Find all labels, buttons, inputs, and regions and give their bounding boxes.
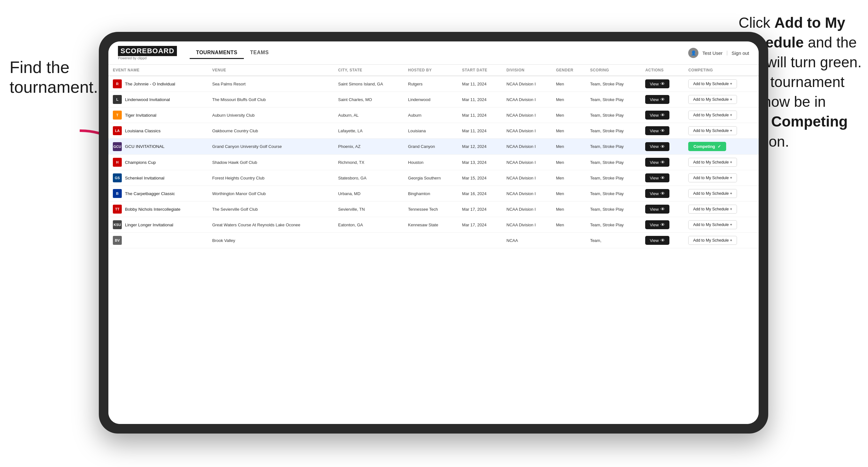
actions-cell: View 👁 <box>641 76 684 92</box>
city-state-cell: Phoenix, AZ <box>334 139 404 155</box>
venue-cell: Great Waters Course At Reynolds Lake Oco… <box>208 217 334 233</box>
table-row: BV Brook ValleyNCAATeam, View 👁 Add to M… <box>108 233 759 248</box>
event-name-cell: TT Bobby Nichols Intercollegiate <box>108 201 208 217</box>
hosted-by-cell: Rutgers <box>404 76 458 92</box>
sign-out-link[interactable]: Sign out <box>732 50 749 56</box>
view-button[interactable]: View 👁 <box>645 189 670 198</box>
add-to-schedule-button[interactable]: Add to My Schedule + <box>688 174 737 182</box>
start-date-cell: Mar 16, 2024 <box>458 186 502 201</box>
view-button[interactable]: View 👁 <box>645 80 670 88</box>
event-name-text: Schenkel Invitational <box>125 176 164 180</box>
venue-cell: Oakbourne Country Club <box>208 123 334 139</box>
actions-cell: View 👁 <box>641 155 684 170</box>
competing-button[interactable]: Competing ✓ <box>688 142 726 151</box>
eye-icon: 👁 <box>660 238 665 243</box>
actions-cell: View 👁 <box>641 107 684 123</box>
hosted-by-cell: Georgia Southern <box>404 170 458 186</box>
competing-cell: Add to My Schedule + <box>684 186 759 201</box>
view-button[interactable]: View 👁 <box>645 205 670 214</box>
division-cell: NCAA Division I <box>502 107 552 123</box>
competing-cell: Add to My Schedule + <box>684 233 759 248</box>
gender-cell: Men <box>552 76 586 92</box>
city-state-cell: Urbana, MD <box>334 186 404 201</box>
team-logo: B <box>113 189 122 198</box>
event-name-cell: H Champions Cup <box>108 155 208 170</box>
add-to-schedule-button[interactable]: Add to My Schedule + <box>688 236 737 245</box>
add-to-schedule-button[interactable]: Add to My Schedule + <box>688 205 737 214</box>
event-name-text: Lindenwood Invitational <box>125 97 170 102</box>
gender-cell: Men <box>552 217 586 233</box>
gender-cell: Men <box>552 186 586 201</box>
actions-cell: View 👁 <box>641 186 684 201</box>
city-state-cell: Lafayette, LA <box>334 123 404 139</box>
add-to-schedule-button[interactable]: Add to My Schedule + <box>688 126 737 135</box>
view-button[interactable]: View 👁 <box>645 111 670 120</box>
view-button[interactable]: View 👁 <box>645 142 670 151</box>
col-venue: VENUE <box>208 65 334 76</box>
start-date-cell: Mar 13, 2024 <box>458 155 502 170</box>
view-button[interactable]: View 👁 <box>645 95 670 104</box>
add-to-schedule-button[interactable]: Add to My Schedule + <box>688 95 737 104</box>
scoring-cell: Team, Stroke Play <box>586 201 641 217</box>
city-state-cell: Saint Charles, MO <box>334 92 404 107</box>
start-date-cell: Mar 17, 2024 <box>458 217 502 233</box>
tab-tournaments[interactable]: TOURNAMENTS <box>190 47 244 59</box>
app-header: SCOREBOARD Powered by clippd TOURNAMENTS… <box>108 41 759 65</box>
view-button[interactable]: View 👁 <box>645 174 670 182</box>
hosted-by-cell <box>404 233 458 248</box>
division-cell: NCAA Division I <box>502 92 552 107</box>
team-logo: LA <box>113 126 122 135</box>
view-button[interactable]: View 👁 <box>645 126 670 135</box>
team-logo: L <box>113 95 122 104</box>
event-name-cell: KSU Linger Longer Invitational <box>108 217 208 233</box>
eye-icon: 👁 <box>660 207 665 212</box>
table-row: LA Louisiana Classics Oakbourne Country … <box>108 123 759 139</box>
gender-cell: Men <box>552 92 586 107</box>
tab-teams[interactable]: TEAMS <box>244 47 275 59</box>
scoring-cell: Team, Stroke Play <box>586 123 641 139</box>
competing-cell: Add to My Schedule + <box>684 201 759 217</box>
event-name-cell: L Lindenwood Invitational <box>108 92 208 107</box>
table-row: R The Johnnie - O Individual Sea Palms R… <box>108 76 759 92</box>
scoring-cell: Team, <box>586 233 641 248</box>
add-to-schedule-button[interactable]: Add to My Schedule + <box>688 189 737 198</box>
view-button[interactable]: View 👁 <box>645 236 670 245</box>
table-row: GS Schenkel Invitational Forest Heights … <box>108 170 759 186</box>
scoring-cell: Team, Stroke Play <box>586 186 641 201</box>
hosted-by-cell: Louisiana <box>404 123 458 139</box>
scoring-cell: Team, Stroke Play <box>586 76 641 92</box>
add-to-schedule-button[interactable]: Add to My Schedule + <box>688 111 737 120</box>
actions-cell: View 👁 <box>641 139 684 155</box>
add-to-schedule-button[interactable]: Add to My Schedule + <box>688 80 737 88</box>
event-name-text: Champions Cup <box>125 160 156 165</box>
gender-cell: Men <box>552 123 586 139</box>
logo-subtitle: Powered by clippd <box>118 56 177 60</box>
competing-cell: Add to My Schedule + <box>684 76 759 92</box>
event-name-text: GCU INVITATIONAL <box>125 144 164 149</box>
hosted-by-cell: Lindenwood <box>404 92 458 107</box>
event-name-text: The Carpetbagger Classic <box>125 191 175 196</box>
add-to-schedule-button[interactable]: Add to My Schedule + <box>688 158 737 167</box>
scoring-cell: Team, Stroke Play <box>586 92 641 107</box>
event-name-cell: T Tiger Invitational <box>108 107 208 123</box>
city-state-cell: Saint Simons Island, GA <box>334 76 404 92</box>
table-row: GCU GCU INVITATIONAL Grand Canyon Univer… <box>108 139 759 155</box>
col-event-name: EVENT NAME <box>108 65 208 76</box>
venue-cell: Sea Palms Resort <box>208 76 334 92</box>
competing-cell: Add to My Schedule + <box>684 155 759 170</box>
event-name-cell: GS Schenkel Invitational <box>108 170 208 186</box>
view-button[interactable]: View 👁 <box>645 220 670 229</box>
hosted-by-cell: Grand Canyon <box>404 139 458 155</box>
app-logo: SCOREBOARD <box>118 46 177 56</box>
logo-area: SCOREBOARD Powered by clippd <box>118 46 177 60</box>
event-name-cell: GCU GCU INVITATIONAL <box>108 139 208 155</box>
start-date-cell: Mar 17, 2024 <box>458 201 502 217</box>
add-to-schedule-button[interactable]: Add to My Schedule + <box>688 220 737 229</box>
city-state-cell <box>334 233 404 248</box>
view-button[interactable]: View 👁 <box>645 158 670 167</box>
team-logo: GS <box>113 174 122 182</box>
col-city-state: CITY, STATE <box>334 65 404 76</box>
division-cell: NCAA Division I <box>502 201 552 217</box>
start-date-cell: Mar 12, 2024 <box>458 139 502 155</box>
competing-cell: Add to My Schedule + <box>684 217 759 233</box>
